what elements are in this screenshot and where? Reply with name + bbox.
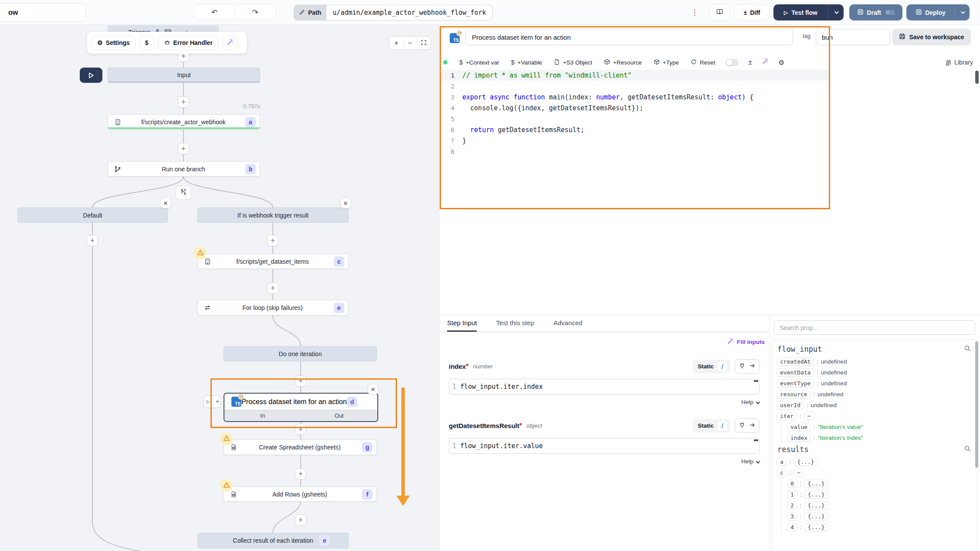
toolbar-item-reset[interactable]: Reset [691, 59, 715, 66]
node-branch-default[interactable]: Default [17, 207, 168, 223]
deploy-dropdown[interactable] [955, 4, 970, 20]
delete-branch-button[interactable]: ✕ [340, 198, 351, 208]
props-scrollbar[interactable] [975, 341, 978, 468]
settings-button[interactable]: ⚙ Settings [92, 36, 136, 50]
node-out-tab[interactable]: Out [301, 410, 378, 421]
toolbar-item-contextvar[interactable]: $+Context var [459, 59, 499, 66]
tab-test-this-step[interactable]: Test this step [496, 315, 534, 332]
prop-key[interactable]: 2 [787, 501, 797, 510]
node-input[interactable]: Input [108, 68, 260, 83]
connect-input-group[interactable] [735, 418, 760, 433]
docs-button[interactable] [709, 4, 730, 20]
toolbar-item-resource[interactable]: +Resource [604, 59, 642, 66]
test-flow-button[interactable]: ▷ Test flow [773, 4, 844, 20]
deploy-button[interactable]: Deploy [906, 4, 970, 20]
tag-input[interactable]: bun [816, 29, 890, 45]
run-step-controls[interactable]: ▷ [203, 395, 221, 408]
node-do-one-iteration[interactable]: Do one iteration [224, 346, 377, 361]
function-mode-icon[interactable]: ƒ [717, 421, 728, 431]
ai-assistant-button[interactable] [222, 36, 238, 50]
search-prop-input[interactable]: Search prop... [774, 320, 975, 335]
prop-key[interactable]: userId [777, 401, 804, 409]
connect-input-group[interactable] [735, 359, 760, 374]
node-run-one-branch[interactable]: Run one branch b [108, 161, 260, 177]
toggle-switch[interactable] [726, 59, 739, 66]
insert-step-button[interactable]: + [87, 235, 98, 246]
diff-button[interactable]: ± Diff [734, 4, 770, 20]
gear-icon[interactable]: ⚙ [778, 58, 784, 67]
node-create-spreadsheet[interactable]: Create Spreadsheet (gsheets) g [224, 439, 377, 455]
node-branch-if-webhook[interactable]: If is webhook trigger result [197, 207, 349, 223]
prop-key[interactable]: eventType [777, 379, 814, 388]
prop-key[interactable]: resource [777, 390, 811, 398]
magic-wand-icon[interactable] [762, 58, 769, 67]
undo-button[interactable]: ↶ [194, 5, 235, 20]
draft-button[interactable]: Draft ⌘S [849, 4, 902, 20]
toolbar-item-s3object[interactable]: +S3 Object [554, 59, 592, 66]
node-get-dataset-items[interactable]: f/scripts/get_dataset_items c [197, 254, 349, 269]
function-mode-icon[interactable]: ƒ [717, 361, 728, 372]
node-create-actor-webhook[interactable]: f/scripts/create_actor_webhook a [108, 114, 260, 129]
library-button[interactable]: |||\ Library [946, 55, 973, 70]
step-title-input[interactable]: Process dataset item for an action [465, 29, 793, 45]
prop-key[interactable]: a [777, 458, 787, 466]
prop-key[interactable]: 3 [787, 512, 797, 520]
path-chip[interactable]: Path u/admin/example_actor_webhook_flow_… [294, 5, 493, 20]
node-in-tab[interactable]: In [224, 410, 301, 421]
prop-key[interactable]: 1 [787, 490, 797, 499]
redo-button[interactable]: ↷ [235, 5, 275, 20]
help-toggle[interactable]: Help [449, 458, 760, 465]
node-collect-result[interactable]: Collect result of each iteration e [197, 533, 349, 548]
magnifier-icon[interactable] [964, 445, 971, 454]
magnifier-icon[interactable] [964, 345, 971, 354]
expression-input[interactable]: 1flow_input.iter.value [449, 438, 760, 454]
delete-branch-button[interactable]: ✕ [160, 198, 171, 208]
node-add-rows[interactable]: Add Rows (gsheets) f [224, 486, 377, 502]
editor-scrollbar[interactable] [975, 71, 979, 84]
prop-value-pill[interactable]: {...} [804, 523, 828, 531]
help-toggle[interactable]: Help [449, 399, 760, 405]
insert-step-button[interactable]: + [295, 514, 306, 526]
prop-key[interactable]: c [777, 469, 787, 477]
prop-value-pill[interactable]: {...} [804, 501, 828, 510]
tab-advanced[interactable]: Advanced [553, 315, 583, 332]
zoom-out-button[interactable]: − [403, 37, 417, 49]
prop-value-pill[interactable]: {...} [804, 512, 828, 520]
prop-key[interactable]: eventData [777, 368, 814, 377]
add-branch-button[interactable] [176, 186, 191, 200]
prop-key[interactable]: 0 [787, 480, 797, 488]
prop-value-pill[interactable]: {...} [804, 490, 828, 499]
fit-view-button[interactable] [417, 37, 430, 49]
save-to-workspace-button[interactable]: Save to workspace [892, 29, 971, 45]
insert-step-button[interactable]: + [295, 424, 306, 435]
node-for-loop[interactable]: For loop (skip failures) e [197, 300, 349, 316]
node-process-dataset-item-selected[interactable]: TS Process dataset item for an action d … [224, 393, 378, 422]
flow-canvas[interactable]: Triggers ⋮ + ⋮ ⚙ Settings $ Error Handle… [0, 25, 439, 551]
prop-key[interactable]: createdAt [777, 357, 814, 366]
prop-key[interactable]: index [787, 434, 811, 442]
prop-value-pill[interactable]: {...} [793, 458, 817, 466]
fill-inputs-button[interactable]: Fill inputs [727, 338, 765, 346]
insert-step-button[interactable]: + [295, 375, 306, 387]
expression-input[interactable]: 1flow_input.iter.index [449, 379, 760, 395]
prop-value-pill[interactable]: − [793, 469, 804, 477]
insert-step-button[interactable]: + [178, 96, 189, 108]
diff-icon[interactable]: ± [748, 58, 752, 66]
code-editor[interactable]: 1// import * as wmill from "windmill-cli… [440, 70, 829, 208]
more-menu-button[interactable]: ⋮ [690, 5, 699, 20]
test-flow-dropdown[interactable] [828, 4, 844, 20]
run-flow-button[interactable] [80, 68, 102, 83]
prop-value-pill[interactable]: − [804, 412, 814, 420]
error-handler-button[interactable]: Error Handler [158, 36, 218, 50]
toolbar-item-type[interactable]: +Type [654, 59, 679, 66]
prop-key[interactable]: value [787, 423, 811, 431]
zoom-in-button[interactable]: + [390, 37, 403, 49]
prop-key[interactable]: iter [777, 412, 797, 420]
context-vars-button[interactable]: $ [139, 36, 154, 50]
toolbar-item-variable[interactable]: $+Variable [511, 59, 542, 66]
insert-step-button[interactable]: + [267, 235, 278, 246]
insert-step-button[interactable]: + [178, 143, 189, 154]
static-mode-toggle[interactable]: Staticƒ [692, 360, 730, 373]
insert-step-button[interactable]: + [267, 282, 278, 294]
prop-key[interactable]: 4 [787, 523, 797, 531]
